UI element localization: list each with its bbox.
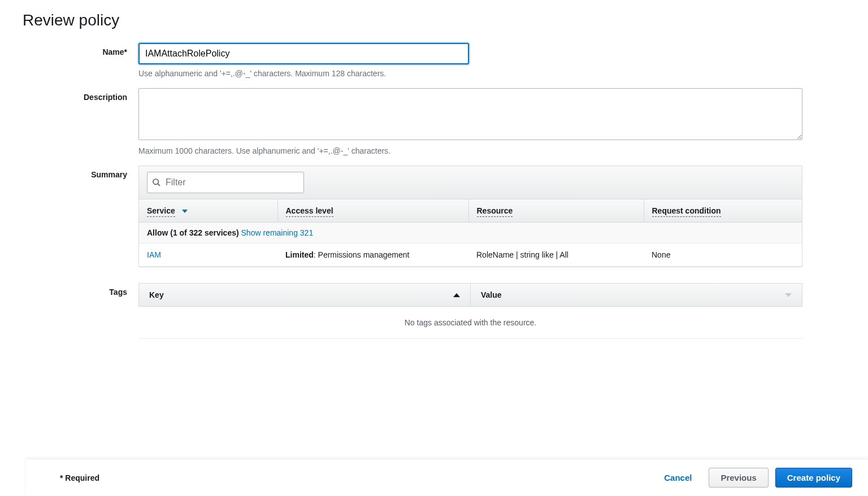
col-resource-text: Resource xyxy=(477,206,513,217)
resource-cell: RoleName | string like | All xyxy=(468,243,644,267)
name-row: Name* Use alphanumeric and '+=,.@-_' cha… xyxy=(23,43,845,78)
access-limited: Limited xyxy=(285,250,314,259)
summary-row: Summary Service xyxy=(23,166,845,267)
description-label: Description xyxy=(23,88,138,102)
svg-point-0 xyxy=(153,179,158,184)
condition-cell: None xyxy=(644,243,802,267)
table-row: IAM Limited: Permissions management Role… xyxy=(139,243,802,267)
tags-row: Tags Key Value No tags associated with t… xyxy=(23,283,845,339)
col-access-text: Access level xyxy=(286,206,333,217)
name-input[interactable] xyxy=(138,43,469,64)
tags-key-header[interactable]: Key xyxy=(139,284,471,306)
caret-up-icon xyxy=(453,293,460,297)
summary-box: Service Access level Resource Request co… xyxy=(138,166,802,267)
allow-label: Allow (1 of 322 services) xyxy=(147,228,239,237)
allow-row: Allow (1 of 322 services) Show remaining… xyxy=(139,223,802,243)
svg-line-1 xyxy=(158,184,160,186)
caret-empty-icon xyxy=(785,293,792,297)
filter-wrapper[interactable] xyxy=(147,172,304,193)
description-hint: Maximum 1000 characters. Use alphanumeri… xyxy=(138,146,802,155)
name-label: Name* xyxy=(23,43,138,56)
tags-key-text: Key xyxy=(149,290,164,299)
description-row: Description Maximum 1000 characters. Use… xyxy=(23,88,845,155)
description-textarea[interactable] xyxy=(138,88,802,140)
col-service-text: Service xyxy=(147,206,175,217)
show-remaining-link[interactable]: Show remaining 321 xyxy=(241,228,314,237)
service-link[interactable]: IAM xyxy=(147,250,161,259)
summary-label: Summary xyxy=(23,166,138,179)
col-access-level[interactable]: Access level xyxy=(277,199,468,223)
tags-header: Key Value xyxy=(138,283,802,307)
name-hint: Use alphanumeric and '+=,.@-_' character… xyxy=(138,69,802,78)
col-request-condition[interactable]: Request condition xyxy=(644,199,802,223)
caret-down-icon xyxy=(182,210,188,213)
filter-input[interactable] xyxy=(161,174,299,191)
tags-value-text: Value xyxy=(481,290,502,299)
col-service[interactable]: Service xyxy=(139,199,277,223)
no-tags-message: No tags associated with the resource. xyxy=(138,307,802,339)
search-icon xyxy=(152,178,161,187)
col-condition-text: Request condition xyxy=(652,206,721,217)
tags-label: Tags xyxy=(23,283,138,297)
tags-value-header[interactable]: Value xyxy=(471,284,802,306)
access-detail: : Permissions management xyxy=(314,250,410,259)
col-resource[interactable]: Resource xyxy=(468,199,644,223)
page-title: Review policy xyxy=(23,11,845,29)
